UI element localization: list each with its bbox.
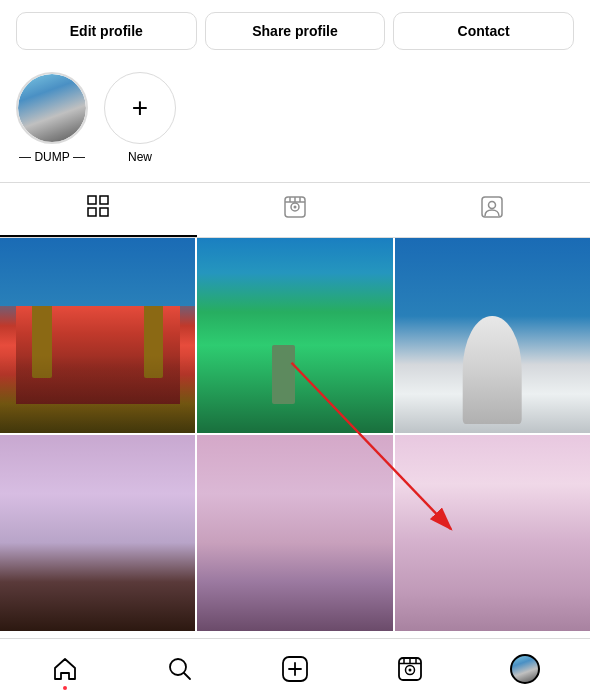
photo-cell-1[interactable] bbox=[0, 238, 195, 433]
tab-tagged[interactable] bbox=[393, 183, 590, 237]
svg-point-6 bbox=[294, 206, 297, 209]
story-new[interactable]: + New bbox=[104, 72, 176, 164]
photo-cell-3[interactable] bbox=[395, 238, 590, 433]
svg-line-16 bbox=[184, 673, 190, 679]
photo-cell-6[interactable] bbox=[395, 435, 590, 630]
reels-icon bbox=[284, 196, 306, 224]
svg-point-22 bbox=[408, 668, 411, 671]
svg-rect-1 bbox=[100, 196, 108, 204]
svg-rect-2 bbox=[88, 208, 96, 216]
svg-point-12 bbox=[488, 202, 495, 209]
profile-avatar bbox=[510, 654, 540, 684]
nav-add[interactable] bbox=[270, 644, 320, 694]
add-icon bbox=[281, 655, 309, 683]
story-avatar bbox=[16, 72, 88, 144]
story-dump-label: — DUMP — bbox=[19, 150, 85, 164]
search-icon bbox=[167, 656, 193, 682]
story-dump[interactable]: — DUMP — bbox=[16, 72, 88, 164]
reels-nav-icon bbox=[397, 656, 423, 682]
nav-search[interactable] bbox=[155, 644, 205, 694]
nav-profile[interactable] bbox=[500, 644, 550, 694]
svg-rect-0 bbox=[88, 196, 96, 204]
svg-rect-3 bbox=[100, 208, 108, 216]
share-profile-button[interactable]: Share profile bbox=[205, 12, 386, 50]
new-story-circle: + bbox=[104, 72, 176, 144]
photo-cell-4[interactable] bbox=[0, 435, 195, 630]
action-buttons: Edit profile Share profile Contact bbox=[0, 0, 590, 60]
content-tabs bbox=[0, 182, 590, 238]
nav-reels[interactable] bbox=[385, 644, 435, 694]
bottom-nav bbox=[0, 638, 590, 698]
nav-home[interactable] bbox=[40, 644, 90, 694]
tagged-icon bbox=[481, 196, 503, 224]
edit-profile-button[interactable]: Edit profile bbox=[16, 12, 197, 50]
home-icon bbox=[52, 656, 78, 682]
avatar-image bbox=[18, 74, 86, 142]
tab-reels[interactable] bbox=[197, 183, 394, 237]
contact-button[interactable]: Contact bbox=[393, 12, 574, 50]
grid-icon bbox=[87, 195, 109, 223]
plus-icon: + bbox=[132, 94, 148, 122]
photo-cell-2[interactable] bbox=[197, 238, 392, 433]
stories-row: — DUMP — + New bbox=[0, 60, 590, 172]
story-new-label: New bbox=[128, 150, 152, 164]
photos-grid bbox=[0, 238, 590, 631]
photo-cell-5[interactable] bbox=[197, 435, 392, 630]
tab-grid[interactable] bbox=[0, 183, 197, 237]
home-dot bbox=[63, 686, 67, 690]
